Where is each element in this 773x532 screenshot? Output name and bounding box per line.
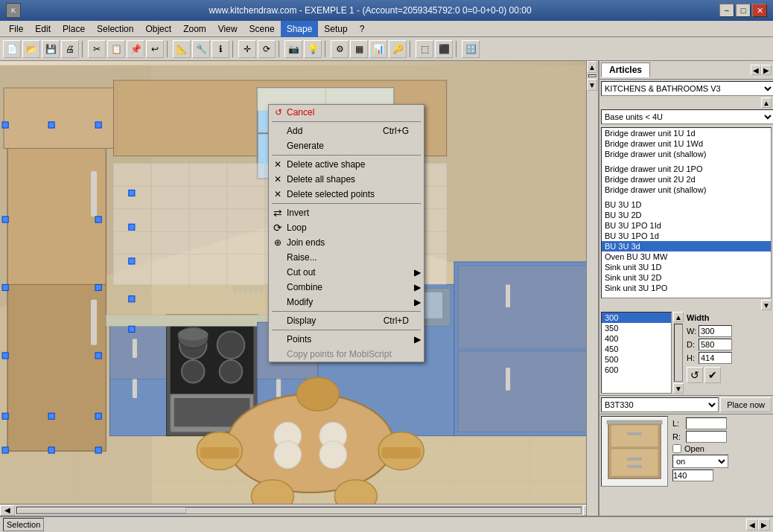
v-scrollbar[interactable]: ▲ ▼	[586, 61, 598, 516]
dim-item[interactable]: 300	[602, 313, 671, 323]
list-scroll-up[interactable]: ▲	[761, 97, 772, 108]
menu-object[interactable]: Object	[139, 21, 177, 37]
toolbar-extra2[interactable]: ▦	[350, 40, 368, 58]
cm-combine[interactable]: Combine ▶	[269, 280, 424, 295]
w-input[interactable]	[699, 325, 732, 337]
cm-delete-all[interactable]: ✕ Delete all shapes	[269, 172, 424, 187]
v-scroll-down[interactable]: ▼	[587, 79, 597, 91]
toolbar-new[interactable]: 📄	[3, 40, 21, 58]
status-arrow-left[interactable]: ◀	[746, 519, 758, 531]
toolbar-extra1[interactable]: ⚙	[331, 40, 349, 58]
article-item-selected[interactable]: BU 3U 3d	[602, 241, 771, 251]
article-item[interactable]: Bridge drawer unit 2U 1PO	[602, 164, 771, 174]
toolbar-extra5[interactable]: ⬚	[416, 40, 433, 58]
status-arrow-right[interactable]: ▶	[758, 519, 770, 531]
toolbar-cut[interactable]: ✂	[88, 40, 106, 58]
on-select[interactable]: on	[672, 455, 728, 468]
l-input[interactable]	[686, 417, 727, 429]
h-scroll-thumb[interactable]	[17, 507, 186, 513]
cm-loop[interactable]: ⟳ Loop	[269, 220, 424, 235]
filter-dropdown[interactable]: Base units < 4U	[601, 109, 773, 124]
cm-join-ends[interactable]: ⊕ Join ends	[269, 235, 424, 250]
toolbar-undo[interactable]: ↩	[146, 40, 164, 58]
toolbar-paste[interactable]: 📌	[127, 40, 144, 58]
d-input[interactable]	[699, 339, 732, 350]
toolbar-save[interactable]: 💾	[42, 40, 60, 58]
close-button[interactable]: ✕	[752, 4, 767, 17]
menu-view[interactable]: View	[212, 21, 244, 37]
cm-delete-points[interactable]: ✕ Delete selected points	[269, 187, 424, 202]
cm-modify[interactable]: Modify ▶	[269, 295, 424, 310]
cm-cancel[interactable]: ↺ Cancel	[269, 105, 424, 120]
dim-scroll-track[interactable]	[674, 324, 683, 382]
menu-help[interactable]: ?	[354, 21, 371, 37]
menu-selection[interactable]: Selection	[91, 21, 139, 37]
minimize-button[interactable]: −	[719, 4, 734, 17]
toolbar-extra7[interactable]: 🔠	[462, 40, 480, 58]
menu-scene[interactable]: Scene	[244, 21, 281, 37]
toolbar-copy[interactable]: 📋	[107, 40, 125, 58]
toolbar-print[interactable]: 🖨	[61, 40, 79, 58]
dim-item[interactable]: 350	[602, 323, 671, 333]
dim-apply-btn[interactable]: ✔	[704, 367, 721, 383]
cm-invert[interactable]: ⇄ Invert	[269, 205, 424, 220]
h-scroll-track[interactable]	[16, 507, 582, 514]
dim-item[interactable]: 600	[602, 365, 671, 375]
toolbar-move[interactable]: ✛	[238, 40, 256, 58]
dim-item[interactable]: 400	[602, 333, 671, 344]
h-scrollbar[interactable]: ◀ ▶	[0, 504, 598, 516]
article-item[interactable]: Bridge drawer unit (shallow)	[602, 185, 771, 195]
cm-delete-active[interactable]: ✕ Delete active shape	[269, 157, 424, 172]
dim-list[interactable]: 300 350 400 450 500 600	[601, 312, 672, 394]
menu-zoom[interactable]: Zoom	[177, 21, 212, 37]
toolbar-info[interactable]: ℹ	[211, 40, 229, 58]
menu-place[interactable]: Place	[57, 21, 91, 37]
menu-shape[interactable]: Shape	[281, 21, 319, 37]
toolbar-extra4[interactable]: 🔑	[389, 40, 407, 58]
article-item[interactable]: BU 3U 1PO 1d	[602, 231, 771, 241]
menu-setup[interactable]: Setup	[318, 21, 353, 37]
panel-arrow-right[interactable]: ▶	[761, 65, 772, 75]
h-input[interactable]	[699, 352, 732, 364]
tab-articles[interactable]: Articles	[601, 63, 650, 77]
cm-display[interactable]: Display Ctrl+D	[269, 313, 424, 328]
num-input[interactable]	[672, 469, 713, 481]
toolbar-extra6[interactable]: ⬛	[435, 40, 453, 58]
toolbar-properties[interactable]: 🔧	[192, 40, 210, 58]
menu-file[interactable]: File	[3, 21, 29, 37]
toolbar-camera[interactable]: 📷	[284, 40, 302, 58]
model-select[interactable]: B3T330	[601, 397, 719, 412]
article-item[interactable]: Bridge drawer unit 2U 2d	[602, 174, 771, 185]
article-item[interactable]: BU 3U 2D	[602, 210, 771, 220]
panel-arrow-left[interactable]: ◀	[751, 65, 761, 75]
cm-add[interactable]: Add Ctrl+G	[269, 124, 424, 138]
article-item[interactable]: Bridge drawer unit (shallow)	[602, 149, 771, 159]
dim-item[interactable]: 450	[602, 344, 671, 354]
article-item[interactable]: Bridge drawer unit 1U 1Wd	[602, 138, 771, 149]
cm-raise[interactable]: Raise...	[269, 250, 424, 265]
article-item[interactable]: BU 3U 1PO 1Id	[602, 220, 771, 231]
category-dropdown[interactable]: KITCHENS & BATHROOMS V3	[601, 81, 773, 96]
toolbar-rotate[interactable]: ⟳	[258, 40, 276, 58]
toolbar-light[interactable]: 💡	[304, 40, 322, 58]
h-scroll-left[interactable]: ◀	[0, 505, 15, 516]
dim-reset-btn[interactable]: ↺	[687, 367, 703, 383]
dim-scroll-down[interactable]: ▼	[673, 383, 684, 394]
list-scroll-down[interactable]: ▼	[761, 300, 772, 310]
cm-cut-out[interactable]: Cut out ▶	[269, 265, 424, 280]
v-scroll-track[interactable]	[588, 74, 597, 77]
article-item[interactable]: BU 3U 1D	[602, 199, 771, 210]
maximize-button[interactable]: □	[736, 4, 751, 17]
article-item[interactable]: Sink unit 3U 1PO	[602, 283, 771, 293]
r-input[interactable]	[686, 431, 727, 443]
v-scroll-thumb[interactable]	[589, 75, 596, 77]
article-item[interactable]: Bridge drawer unit 1U 1d	[602, 128, 771, 138]
article-item[interactable]: Sink unit 3U 2D	[602, 272, 771, 283]
article-item[interactable]: Sink unit 3U 1D	[602, 262, 771, 272]
open-checkbox[interactable]	[672, 444, 681, 453]
place-now-button[interactable]: Place now	[720, 397, 772, 412]
toolbar-measure[interactable]: 📐	[173, 40, 191, 58]
toolbar-open[interactable]: 📂	[22, 40, 40, 58]
articles-list[interactable]: Bridge drawer unit 1U 1d Bridge drawer u…	[601, 127, 772, 298]
toolbar-extra3[interactable]: 📊	[369, 40, 387, 58]
